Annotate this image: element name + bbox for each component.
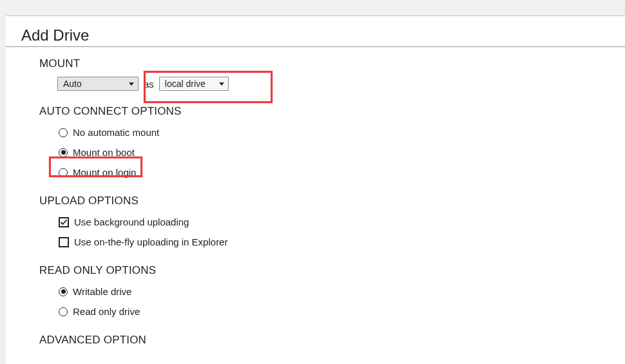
read-only-options: Writable drive Read only drive	[57, 283, 610, 320]
radio-read-only-drive[interactable]: Read only drive	[57, 303, 144, 320]
radio-icon	[59, 307, 68, 316]
radio-icon	[59, 128, 68, 137]
section-mount-heading: MOUNT	[39, 57, 610, 70]
radio-label: Read only drive	[73, 306, 140, 317]
checkbox-on-the-fly-uploading[interactable]: Use on-the-fly uploading in Explorer	[57, 234, 231, 250]
add-drive-panel: Add Drive MOUNT Auto as local drive AUTO…	[6, 15, 625, 364]
content-area: MOUNT Auto as local drive AUTO CONNECT O…	[21, 47, 610, 347]
section-advanced-heading: ADVANCED OPTION	[39, 334, 610, 347]
radio-no-automatic-mount[interactable]: No automatic mount	[57, 124, 163, 140]
radio-mount-on-boot[interactable]: Mount on boot	[57, 144, 139, 160]
checkbox-icon	[59, 217, 69, 227]
radio-label: No automatic mount	[73, 127, 159, 138]
upload-options: Use background uploading Use on-the-fly …	[57, 214, 610, 250]
checkbox-label: Use on-the-fly uploading in Explorer	[74, 236, 227, 247]
radio-label: Mount on login	[73, 167, 136, 178]
checkbox-icon	[59, 237, 69, 247]
radio-label: Writable drive	[73, 286, 131, 297]
drive-letter-value: Auto	[63, 79, 82, 89]
section-upload-heading: UPLOAD OPTIONS	[39, 195, 610, 207]
radio-icon	[59, 148, 68, 157]
radio-label: Mount on boot	[73, 147, 135, 158]
section-read-only-heading: READ ONLY OPTIONS	[39, 264, 610, 277]
drive-type-combobox[interactable]: local drive	[159, 77, 229, 91]
radio-icon	[59, 168, 68, 177]
checkbox-background-uploading[interactable]: Use background uploading	[57, 214, 193, 230]
page-title: Add Drive	[21, 26, 610, 44]
drive-letter-combobox[interactable]: Auto	[57, 77, 139, 91]
mount-as-word: as	[144, 79, 154, 90]
radio-icon	[59, 287, 68, 296]
caret-down-icon	[219, 82, 224, 86]
radio-writable-drive[interactable]: Writable drive	[57, 283, 135, 300]
radio-mount-on-login[interactable]: Mount on login	[57, 164, 140, 180]
section-auto-connect-heading: AUTO CONNECT OPTIONS	[39, 105, 610, 118]
caret-down-icon	[129, 82, 134, 86]
auto-connect-options: No automatic mount Mount on boot Mount o…	[57, 124, 610, 180]
mount-row: Auto as local drive	[57, 77, 610, 91]
checkbox-label: Use background uploading	[74, 216, 189, 227]
drive-type-value: local drive	[165, 79, 206, 89]
